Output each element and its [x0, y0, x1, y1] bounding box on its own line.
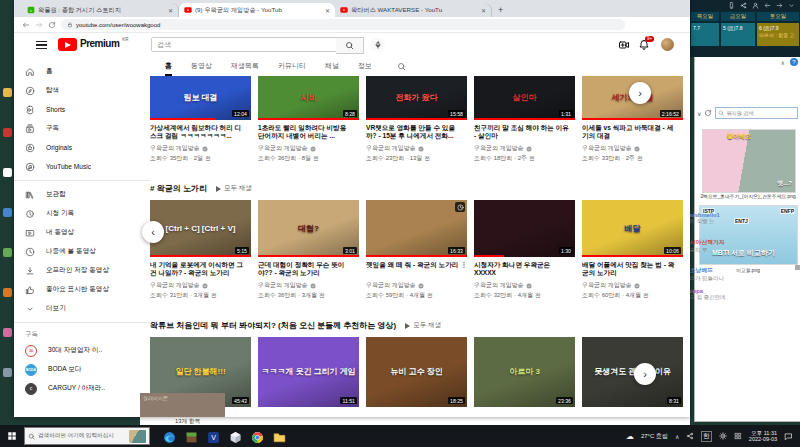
sidebar-item-myvideo[interactable]: 내 동영상 — [14, 223, 150, 242]
chrome-taskbar-icon[interactable] — [251, 430, 264, 443]
sidebar-item-shorts[interactable]: Shorts — [14, 100, 150, 119]
chevron-up-icon[interactable]: ∧ — [675, 433, 679, 440]
carousel-next-button[interactable]: › — [629, 82, 651, 104]
mic-button[interactable] — [370, 37, 385, 52]
sidebar-subscription[interactable]: 3030대 자영업자 이.. — [14, 341, 150, 360]
channel-name[interactable]: 우왁굳의 게임방송 — [474, 281, 575, 290]
create-video-icon[interactable] — [618, 39, 630, 51]
video-title[interactable]: 가상세계에서 림보하다 허리 디스크 걸림 ㅋㅋㅋㅋㅋㅋㅋ... — [150, 124, 251, 141]
weather-icon[interactable]: ☁ — [626, 432, 634, 441]
schedule-cell[interactable]: 6 (음)7.9아르아 : 항웅 고 — [756, 22, 800, 47]
file1-name[interactable]: 2빠요뽀_혼내주기_(아지은)_건운주세요.png — [695, 193, 800, 199]
video-thumbnail[interactable]: [Ctrl + C] [Ctrl + V]5:15 — [150, 200, 251, 257]
channel-name[interactable]: 우왁굳의 게임방송 — [258, 144, 359, 153]
video-thumbnail[interactable]: 시비8:28 — [258, 76, 359, 120]
video-thumbnail[interactable]: 림보 대결12:04 — [150, 76, 251, 120]
forward-icon[interactable] — [776, 2, 783, 9]
sidebar-item-chevdown[interactable]: 더보기 — [14, 299, 150, 318]
schedule-cell[interactable]: 5 (음)7.8 — [720, 22, 756, 47]
tab-close-icon[interactable]: ✕ — [325, 7, 330, 14]
video-thumbnail[interactable]: 아르마 323:36 — [474, 337, 575, 407]
carousel-prev-button[interactable]: ‹ — [142, 221, 164, 243]
video-title[interactable]: 깻잎을 왜 떼 줘 - 왁굳의 노가리 — [366, 261, 467, 278]
sidebar-item-download[interactable]: 오프라인 저장 동영상 — [14, 261, 150, 280]
collapse-icon[interactable] — [788, 2, 795, 9]
sidebar-item-music[interactable]: YouTube Music — [14, 157, 150, 176]
link-icon[interactable] — [686, 432, 694, 440]
video-thumbnail[interactable]: 대협?3:01 — [258, 200, 359, 257]
explorer-search-input[interactable]: 묶지원 검색 — [715, 107, 798, 119]
youtube-premium-logo[interactable]: Premium KR — [58, 38, 129, 51]
browser-tab[interactable]: 왁타버스 WAKTAVERSE - YouTu✕ — [335, 3, 492, 17]
sidebar-item-history[interactable]: 시청 기록 — [14, 204, 150, 223]
video-thumbnail[interactable]: 못생겨도 괜찮은 이유8:31 — [582, 337, 683, 407]
channel-name[interactable]: 우왁굳의 게임방송 — [150, 281, 251, 290]
channel-tab-5[interactable]: 정보 — [358, 56, 372, 76]
channel-name[interactable]: 우왁굳의 게임방송 — [366, 144, 467, 153]
channel-name[interactable]: 우왁굳의 게임방송 — [582, 144, 683, 153]
phone-icon[interactable] — [728, 2, 735, 9]
video-thumbnail[interactable]: 배달10:06 — [582, 200, 683, 257]
person-icon[interactable] — [752, 2, 759, 9]
sidebar-item-originals[interactable]: Originals — [14, 138, 150, 157]
watch-later-icon[interactable] — [455, 202, 465, 212]
video-title[interactable]: 배달 어플에서 맛집 찾는 법 - 왁굳의 노가리 — [582, 261, 683, 278]
sidebar-subscription[interactable]: CCARGUY / 아재라.. — [14, 379, 150, 398]
ime-indicator[interactable]: 한 — [701, 431, 712, 442]
sidebar-item-home[interactable]: 홈 — [14, 62, 150, 81]
help-icon[interactable]: ? — [790, 58, 798, 66]
channel-name[interactable]: 우왁굳의 게임방송 — [150, 144, 251, 153]
search-icon[interactable] — [397, 62, 406, 71]
taskbar-search[interactable]: 검색하려면 여기에 입력하십시 — [24, 427, 150, 445]
channel-tab-3[interactable]: 커뮤니티 — [278, 56, 306, 76]
browser-tab[interactable]: c왁물원 : 종합 거시기 스토리지✕ — [22, 3, 179, 17]
back-icon[interactable] — [764, 2, 771, 9]
channel-tab-0[interactable]: 홈 — [165, 56, 172, 76]
desktop-icon[interactable] — [3, 128, 12, 137]
tab-close-icon[interactable]: ✕ — [481, 7, 486, 14]
video-thumbnail[interactable]: 1:30 — [474, 200, 575, 257]
video-title[interactable]: 이세돌 vs 씩파고 바둑대결 - 세기의 대결 — [582, 124, 683, 141]
video-thumbnail[interactable]: 16:33 — [366, 200, 467, 257]
chevron-down-icon[interactable]: ∨ — [697, 110, 701, 117]
sidebar-item-compass[interactable]: 탐색 — [14, 81, 150, 100]
channel-name[interactable]: 우왁굳의 게임방송 — [366, 281, 467, 290]
video-title[interactable]: 내 기억을 로봇에게 이식하면 그건 나일까? - 왁굳의 노가리 — [150, 261, 251, 278]
back-icon[interactable] — [22, 21, 30, 29]
channel-name[interactable]: 우왁굳의 게임방송 — [582, 281, 683, 290]
desktop-icon[interactable] — [3, 328, 12, 337]
reload-icon[interactable] — [48, 21, 56, 29]
clock[interactable]: 오후 11:31 2022-09-03 — [749, 430, 777, 443]
browser-tab[interactable]: (9) 우왁굳의 게임방송 - YouTub✕ — [179, 3, 335, 17]
v-app-taskbar-icon[interactable]: V — [207, 430, 220, 443]
desktop-icon[interactable] — [3, 168, 12, 177]
sidebar-item-library[interactable]: 보관함 — [14, 185, 150, 204]
minecraft-taskbar-icon[interactable] — [185, 430, 198, 443]
play-all-button[interactable]: 모두 재생 — [216, 184, 252, 193]
sidebar-item-like[interactable]: 좋아요 표시한 동영상 — [14, 280, 150, 299]
refresh-icon[interactable] — [704, 109, 712, 117]
video-thumbnail[interactable]: ㅋㅋㅋ개 웃긴 그리기 게임11:51 — [258, 337, 359, 407]
start-button[interactable] — [0, 431, 24, 441]
video-title[interactable]: 1초라도 빨리 일하려다 비방용 단어까지 내뱉어 버리는 ... — [258, 124, 359, 141]
video-thumbnail[interactable]: 뉴비 고수 장인18:25 — [366, 337, 467, 407]
play-all-button[interactable]: 모두 재생 — [405, 321, 441, 330]
schedule-cell[interactable]: 7.7 — [690, 22, 720, 47]
video-thumbnail[interactable]: 전화가 왔다15:58 — [366, 76, 467, 120]
avatar[interactable] — [661, 38, 674, 51]
more-options-icon[interactable] — [460, 261, 468, 269]
video-title[interactable]: 시청자가 화나면 우왁굳은 XXXXX — [474, 261, 575, 278]
tab-close-icon[interactable]: ✕ — [168, 7, 173, 14]
url-field[interactable]: youtube.com/user/woowakgood — [61, 19, 625, 30]
search-input[interactable] — [151, 37, 337, 52]
video-thumbnail[interactable]: 살인마1:31 — [474, 76, 575, 120]
channel-name[interactable]: 우왁굳의 게임방송 — [258, 281, 359, 290]
carousel-next-button[interactable]: › — [634, 363, 656, 385]
sidebar-subscription[interactable]: BODABODA 보다 — [14, 360, 150, 379]
file-thumbnail-1[interactable]: 좋아해요 엣...? — [702, 129, 796, 193]
edge-taskbar-icon[interactable] — [163, 430, 176, 443]
new-tab-button[interactable]: + — [498, 5, 503, 15]
ribbon-collapse-icon[interactable]: ∧ — [781, 59, 785, 66]
search-button[interactable] — [336, 37, 364, 54]
object-3d-taskbar-icon[interactable] — [229, 430, 242, 443]
